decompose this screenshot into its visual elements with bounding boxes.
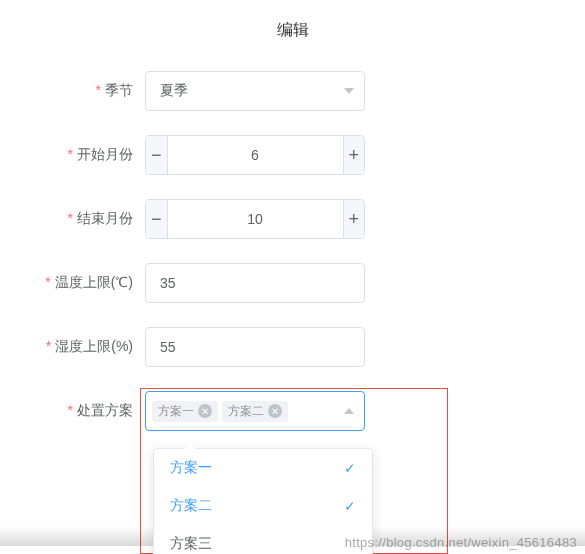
field-start-month: 开始月份 − + xyxy=(20,135,545,175)
label-temp-max: 温度上限(℃) xyxy=(20,274,145,292)
increment-button[interactable]: + xyxy=(343,136,365,174)
field-humidity-max: 湿度上限(%) xyxy=(20,327,545,367)
temp-max-input[interactable] xyxy=(145,263,365,303)
option-label: 方案三 xyxy=(170,535,212,553)
option-label: 方案二 xyxy=(170,497,212,515)
field-end-month: 结束月份 − + xyxy=(20,199,545,239)
dialog-title: 编辑 xyxy=(0,0,585,71)
dropdown-option[interactable]: 方案二 ✓ xyxy=(154,487,372,525)
plan-multiselect[interactable]: 方案一 ✕ 方案二 ✕ xyxy=(145,391,365,431)
start-month-input[interactable] xyxy=(168,136,343,174)
edit-form: 季节 夏季 开始月份 − + 结束月份 − + 温度上限 xyxy=(0,71,585,431)
humidity-max-input[interactable] xyxy=(145,327,365,367)
dropdown-option[interactable]: 方案三 xyxy=(154,525,372,554)
end-month-input[interactable] xyxy=(168,200,343,238)
field-season: 季节 夏季 xyxy=(20,71,545,111)
decrement-button[interactable]: − xyxy=(146,136,168,174)
watermark-text: https://blog.csdn.net/weixin_45616483 xyxy=(345,535,577,550)
season-select[interactable]: 夏季 xyxy=(145,71,365,111)
end-month-stepper: − + xyxy=(145,199,365,239)
field-temp-max: 温度上限(℃) xyxy=(20,263,545,303)
dropdown-option[interactable]: 方案一 ✓ xyxy=(154,449,372,487)
close-icon[interactable]: ✕ xyxy=(198,404,212,418)
increment-button[interactable]: + xyxy=(343,200,365,238)
field-plan: 处置方案 方案一 ✕ 方案二 ✕ xyxy=(20,391,545,431)
label-end-month: 结束月份 xyxy=(20,210,145,228)
decrement-button[interactable]: − xyxy=(146,200,168,238)
tag-label: 方案一 xyxy=(158,403,194,420)
chevron-up-icon xyxy=(344,408,354,414)
label-start-month: 开始月份 xyxy=(20,146,145,164)
label-humidity-max: 湿度上限(%) xyxy=(20,338,145,356)
check-icon: ✓ xyxy=(344,498,356,514)
plan-dropdown: 方案一 ✓ 方案二 ✓ 方案三 xyxy=(153,448,373,554)
label-plan: 处置方案 xyxy=(20,402,145,420)
close-icon[interactable]: ✕ xyxy=(268,404,282,418)
chevron-down-icon xyxy=(344,88,354,94)
option-label: 方案一 xyxy=(170,459,212,477)
label-season: 季节 xyxy=(20,82,145,100)
selected-tag: 方案一 ✕ xyxy=(152,401,218,422)
start-month-stepper: − + xyxy=(145,135,365,175)
selected-tag: 方案二 ✕ xyxy=(222,401,288,422)
season-value: 夏季 xyxy=(160,82,188,100)
tag-label: 方案二 xyxy=(228,403,264,420)
check-icon: ✓ xyxy=(344,460,356,476)
